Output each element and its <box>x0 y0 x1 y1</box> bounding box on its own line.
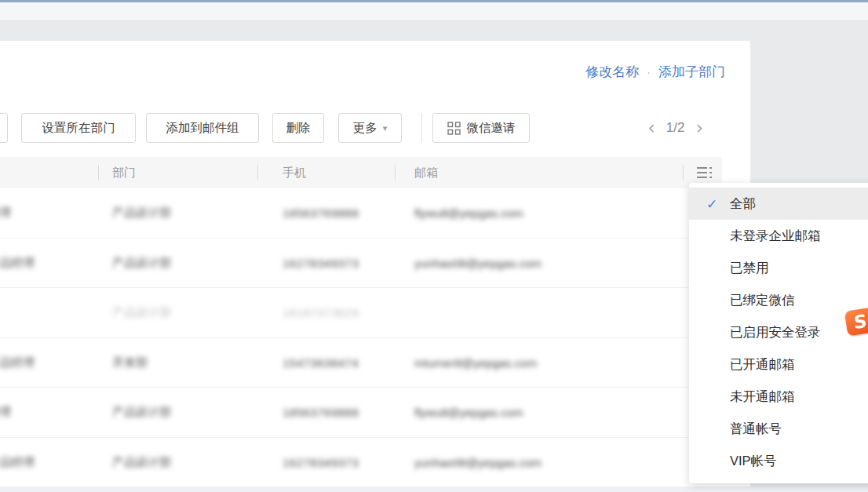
link-separator: · <box>647 65 651 78</box>
filter-option-label: 已启用安全登录 <box>730 324 821 341</box>
column-divider <box>683 165 684 180</box>
member-email: flywu8@yepgas.com <box>414 188 523 238</box>
more-button[interactable]: 更多 ▾ <box>338 113 402 143</box>
member-phone: 16278349373 <box>283 239 359 288</box>
member-phone: 18563769888 <box>283 388 359 437</box>
filter-option-label: 未开通邮箱 <box>730 388 795 406</box>
delete-button[interactable]: 删除 <box>272 113 324 143</box>
member-title: 产品经理 <box>0 338 35 388</box>
member-title: 产品经理 <box>0 438 35 487</box>
members-panel: 修改名称 · 添加子部门 设置所在部门 添加到邮件组 删除 更多 ▾ <box>0 41 750 492</box>
check-icon: ✓ <box>706 195 717 212</box>
department-actions: 修改名称 · 添加子部门 <box>585 63 725 81</box>
member-phone: 15473638474 <box>283 338 359 388</box>
add-sub-department-link[interactable]: 添加子部门 <box>658 63 725 81</box>
member-email: flywu8@yepgas.com <box>414 388 523 437</box>
column-divider <box>257 165 258 180</box>
filter-dropdown-menu: ✓ 全部 未登录企业邮箱 已禁用 已绑定微信 已启用安全登录 已开通邮箱 未开通… <box>689 183 868 483</box>
filter-option-label: 未登录企业邮箱 <box>730 228 821 245</box>
member-toolbar: 设置所在部门 添加到邮件组 删除 更多 ▾ 微信邀请 ‹ <box>0 112 750 144</box>
member-department: 产品设计部 <box>112 188 171 238</box>
filter-option-vip-account[interactable]: VIP帐号 <box>689 445 868 477</box>
member-title: 经理 <box>0 188 11 238</box>
qr-code-icon <box>447 122 461 135</box>
filter-option-label: VIP帐号 <box>730 453 777 470</box>
filter-option-label: 已开通邮箱 <box>730 356 795 374</box>
member-department: 产品设计部 <box>112 288 171 337</box>
member-phone: 18187373629 <box>283 288 359 337</box>
filter-option-label: 普通帐号 <box>730 421 782 438</box>
filter-option-not-logged-in[interactable]: 未登录企业邮箱 <box>689 220 868 252</box>
table-row[interactable]: 经理 产品设计部 18563769888 flywu8@yepgas.com <box>0 388 750 438</box>
browser-chrome-bar <box>0 2 868 21</box>
member-department: 产品设计部 <box>112 388 171 437</box>
member-email: yunhao08@yepgas.com <box>414 438 542 487</box>
chevron-down-icon: ▾ <box>383 124 388 133</box>
modify-name-link[interactable]: 修改名称 <box>585 63 639 81</box>
filter-option-disabled[interactable]: 已禁用 <box>689 252 868 284</box>
filter-option-label: 已绑定微信 <box>730 292 795 309</box>
clipped-button[interactable] <box>0 113 8 143</box>
member-email: mturner8@yepgas.com <box>414 338 537 388</box>
table-row[interactable]: 产品经理 开发部 15473638474 mturner8@yepgas.com <box>0 338 750 388</box>
table-row[interactable]: 产品经理 产品设计部 16278349373 yunhao08@yepgas.c… <box>0 239 750 289</box>
member-title: 经理 <box>0 388 11 437</box>
set-department-button[interactable]: 设置所在部门 <box>21 113 136 143</box>
column-divider <box>395 165 396 180</box>
table-row[interactable]: 产品经理 产品设计部 16278349373 yunhao08@yepgas.c… <box>0 438 750 488</box>
prev-page-icon[interactable]: ‹ <box>647 118 655 137</box>
filter-option-mailbox-enabled[interactable]: 已开通邮箱 <box>689 348 868 381</box>
member-department: 产品设计部 <box>112 239 171 288</box>
wechat-invite-label: 微信邀请 <box>467 120 516 137</box>
column-header-phone: 手机 <box>283 157 306 188</box>
member-email: yunhao08@yepgas.com <box>414 239 542 288</box>
wechat-invite-button[interactable]: 微信邀请 <box>432 113 530 143</box>
table-row[interactable]: 经理 产品设计部 18563769888 flywu8@yepgas.com <box>0 188 750 239</box>
member-table-body: 经理 产品设计部 18563769888 flywu8@yepgas.com 产… <box>0 188 750 487</box>
filter-option-wechat-bound[interactable]: 已绑定微信 <box>689 284 868 316</box>
member-title: 产品经理 <box>0 239 35 288</box>
filter-option-label: 已禁用 <box>730 260 769 277</box>
sogou-s-letter: S <box>853 311 867 333</box>
table-row-disabled[interactable]: 产品设计部 18187373629 <box>0 288 750 338</box>
toolbar-divider <box>421 113 422 143</box>
member-department: 产品设计部 <box>112 438 171 487</box>
filter-option-all[interactable]: ✓ 全部 <box>689 188 868 220</box>
page-indicator: 1/2 <box>666 120 685 136</box>
add-to-mail-group-button[interactable]: 添加到邮件组 <box>146 113 259 143</box>
filter-option-label: 全部 <box>730 195 756 213</box>
filter-option-normal-account[interactable]: 普通帐号 <box>689 413 868 445</box>
sogou-input-badge: S <box>844 307 868 336</box>
column-divider <box>98 165 99 180</box>
column-header-email: 邮箱 <box>414 157 438 188</box>
footer-strip <box>0 487 868 492</box>
filter-option-mailbox-not-enabled[interactable]: 未开通邮箱 <box>689 381 868 413</box>
member-phone: 16278349373 <box>283 438 359 487</box>
more-button-label: 更多 <box>353 120 377 137</box>
member-phone: 18563769888 <box>283 188 359 238</box>
table-header: 部门 手机 邮箱 <box>0 157 722 188</box>
member-department: 开发部 <box>112 338 148 388</box>
pagination: ‹ 1/2 › <box>647 112 703 144</box>
filter-column-active-cell <box>722 146 750 188</box>
next-page-icon[interactable]: › <box>695 118 703 137</box>
column-header-department: 部门 <box>112 157 136 188</box>
filter-option-secure-login[interactable]: 已启用安全登录 <box>689 316 868 348</box>
